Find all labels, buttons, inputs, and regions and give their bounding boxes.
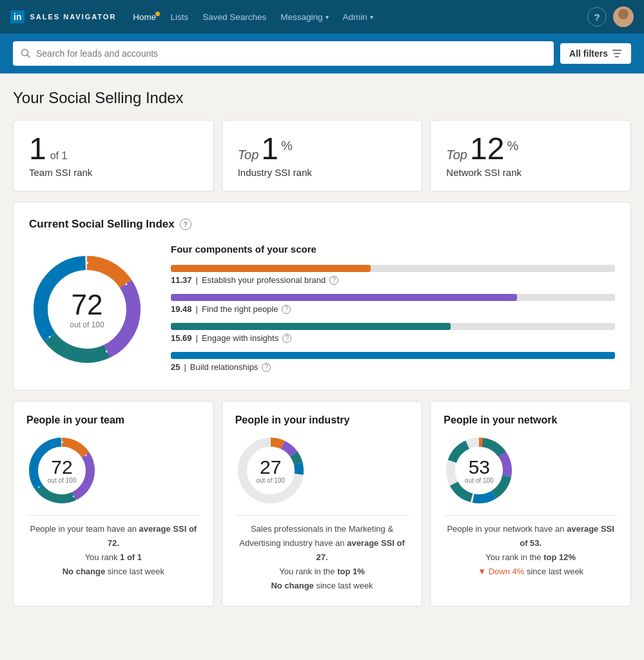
ssi-donut-center: 72 out of 100 [70,289,104,329]
messaging-arrow-icon: ▾ [326,14,329,21]
component-bar-fill-1 [171,265,371,272]
component-label-4: 25 | Build relationships ? [171,362,615,372]
nav-bar: in SALES NAVIGATOR Home Lists Saved Sear… [0,0,644,34]
svg-point-0 [618,9,629,19]
network-rank-subtitle: Network SSI rank [446,167,615,178]
main-content: Your Social Selling Index 1 of 1 Team SS… [0,73,644,641]
nav-links: Home Lists Saved Searches Messaging ▾ Ad… [126,8,587,26]
down-arrow-icon: ▼ [478,567,486,576]
svg-point-1 [615,20,632,27]
component-name-2: Find the right people [202,304,278,314]
industry-top-label: Top [238,148,259,162]
nav-right-actions: ? [587,6,634,27]
logo[interactable]: in SALES NAVIGATOR [10,10,116,23]
industry-out-of: out of 100 [256,477,284,484]
avatar[interactable] [613,6,634,27]
network-score: 53 [465,458,493,477]
component-bar-fill-2 [171,294,517,301]
component-row-2: 19.48 | Find the right people ? [171,294,615,314]
industry-bottom-card: People in your industry 27 out of 100 [222,401,423,607]
industry-rank-number: 1 [261,133,278,164]
team-card-title: People in your team [26,414,200,426]
industry-small-donut: 27 out of 100 [235,435,306,506]
component-bar-track-3 [171,323,615,330]
nav-link-lists[interactable]: Lists [164,8,195,26]
network-bottom-card: People in your network 53 out of 100 [430,401,631,607]
network-donut-center: 53 out of 100 [465,458,493,484]
component-name-1: Establish your professional brand [202,275,326,285]
nav-link-home[interactable]: Home [126,8,162,26]
industry-rank-number-row: Top 1 % [238,133,407,164]
search-input[interactable] [36,48,546,59]
network-top-label: Top [446,148,467,162]
search-input-wrap[interactable] [13,41,554,66]
all-filters-button[interactable]: All filters [560,43,631,64]
bottom-cards-row: People in your team 72 [13,401,631,607]
team-small-donut: 72 out of 100 [26,435,97,506]
svg-line-3 [28,55,30,58]
network-rank-pct: % [507,139,518,153]
nav-link-saved-searches[interactable]: Saved Searches [196,8,273,26]
component-help-4[interactable]: ? [262,363,271,372]
industry-rank-card: Top 1 % Industry SSI rank [222,120,423,191]
component-label-3: 15.69 | Engage with insights ? [171,333,615,343]
team-bottom-card: People in your team 72 [13,401,214,607]
component-row-1: 11.37 | Establish your professional bran… [171,265,615,285]
team-rank-number-row: 1 of 1 [29,133,198,164]
industry-score: 27 [256,458,284,477]
ssi-donut-wrap: 72 out of 100 [29,251,145,367]
industry-card-main: 27 out of 100 [235,435,409,506]
industry-card-divider [235,515,409,516]
industry-rank-subtitle: Industry SSI rank [238,167,407,178]
component-bar-fill-3 [171,323,451,330]
component-help-1[interactable]: ? [329,276,338,285]
component-score-3: 15.69 [171,333,192,343]
network-card-main: 53 out of 100 [444,435,618,506]
team-rank-number: 1 [29,133,46,164]
components-title: Four components of your score [171,244,615,255]
component-bar-fill-4 [171,352,615,359]
components-section: Four components of your score 11.37 | Es… [171,244,615,374]
ssi-card-header: Current Social Selling Index ? [29,218,615,231]
network-card-text: People in your network have an average S… [444,522,618,579]
industry-donut-center: 27 out of 100 [256,458,284,484]
brand-name: SALES NAVIGATOR [30,13,116,21]
team-card-divider [26,515,200,516]
component-help-3[interactable]: ? [282,334,291,343]
industry-card-title: People in your industry [235,414,409,426]
component-label-1: 11.37 | Establish your professional bran… [171,275,615,285]
rank-cards-row: 1 of 1 Team SSI rank Top 1 % Industry SS… [13,120,631,191]
component-bar-track-4 [171,352,615,359]
nav-link-admin[interactable]: Admin ▾ [337,8,380,26]
help-button[interactable]: ? [587,7,607,26]
component-help-2[interactable]: ? [282,305,291,314]
admin-arrow-icon: ▾ [370,14,373,21]
search-bar: All filters [0,34,644,73]
ssi-out-of: out of 100 [70,320,104,329]
filter-icon [612,49,622,58]
page-title: Your Social Selling Index [13,89,631,107]
team-donut-center: 72 out of 100 [48,458,76,484]
component-bar-track-1 [171,265,615,272]
component-label-2: 19.48 | Find the right people ? [171,304,615,314]
search-icon [21,48,31,59]
industry-card-text: Sales professionals in the Marketing & A… [235,522,409,593]
team-rank-of: of 1 [50,150,68,162]
component-row-3: 15.69 | Engage with insights ? [171,323,615,343]
ssi-help-icon[interactable]: ? [180,218,191,230]
team-score: 72 [48,458,76,477]
component-score-4: 25 [171,362,180,372]
component-bar-track-2 [171,294,615,301]
team-out-of: out of 100 [48,477,76,484]
down-change-text: Down 4% [489,567,525,576]
nav-link-messaging[interactable]: Messaging ▾ [274,8,335,26]
network-rank-number-row: Top 12 % [446,133,615,164]
network-small-donut: 53 out of 100 [444,435,514,506]
team-rank-card: 1 of 1 Team SSI rank [13,120,214,191]
network-out-of: out of 100 [465,477,493,484]
ssi-card-body: 72 out of 100 Four components of your sc… [29,244,615,374]
component-score-1: 11.37 [171,275,192,285]
component-row-4: 25 | Build relationships ? [171,352,615,372]
team-rank-subtitle: Team SSI rank [29,167,198,178]
industry-rank-pct: % [281,139,293,153]
